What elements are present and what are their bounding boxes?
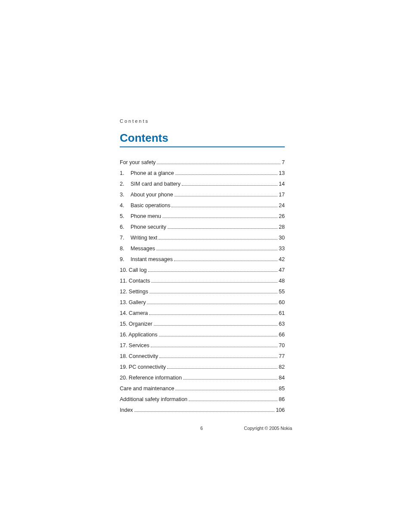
- toc-leader-dots: [189, 401, 277, 401]
- toc-entry[interactable]: 13. Gallery60: [120, 299, 285, 305]
- toc-entry[interactable]: 3.About your phone17: [120, 192, 285, 198]
- toc-entry-page: 60: [279, 299, 285, 305]
- toc-leader-dots: [159, 358, 277, 358]
- toc-leader-dots: [149, 293, 277, 293]
- toc-entry-page: 26: [279, 213, 285, 219]
- toc-entry-label: 14. Camera: [120, 310, 148, 316]
- toc-entry[interactable]: 8.Messages33: [120, 246, 285, 252]
- toc-entry-number: 2.: [120, 181, 131, 187]
- toc-leader-dots: [147, 304, 277, 304]
- toc-entry-page: 28: [279, 224, 285, 230]
- toc-entry-number: 3.: [120, 192, 131, 198]
- footer-copyright: Copyright © 2005 Nokia: [244, 426, 292, 431]
- toc-entry-page: 66: [279, 332, 285, 338]
- toc-entry-label: Basic operations: [131, 202, 170, 208]
- toc-entry-label: 15. Organizer: [120, 321, 153, 327]
- toc-entry-page: 7: [282, 159, 285, 165]
- toc-entry[interactable]: 11. Contacts48: [120, 278, 285, 284]
- toc-entry-label: 20. Reference information: [120, 375, 182, 381]
- toc-entry-label: Care and maintenance: [120, 386, 174, 392]
- toc-entry[interactable]: 4.Basic operations24: [120, 202, 285, 208]
- toc-entry[interactable]: 18. Connectivity77: [120, 353, 285, 359]
- toc-entry-number: 9.: [120, 256, 131, 262]
- toc-leader-dots: [134, 411, 275, 412]
- toc-entry[interactable]: 20. Reference information84: [120, 375, 285, 381]
- toc-entry-label: Messages: [131, 246, 155, 252]
- toc-entry-page: 47: [279, 267, 285, 273]
- toc-entry-label: Instant messages: [131, 256, 173, 262]
- toc-entry[interactable]: 1.Phone at a glance13: [120, 170, 285, 176]
- toc-entry[interactable]: 12. Settings55: [120, 289, 285, 295]
- toc-entry[interactable]: Additional safety information86: [120, 396, 285, 402]
- toc-leader-dots: [175, 390, 277, 390]
- toc-entry-page: 106: [276, 407, 285, 413]
- toc-entry[interactable]: 19. PC connectivity82: [120, 364, 285, 370]
- toc-entry-number: 5.: [120, 213, 131, 219]
- toc-entry-page: 77: [279, 353, 285, 359]
- toc-leader-dots: [149, 314, 277, 315]
- toc-entry[interactable]: 7.Writing text30: [120, 235, 285, 241]
- toc-entry-page: 63: [279, 321, 285, 327]
- toc-entry[interactable]: 2.SIM card and battery14: [120, 181, 285, 187]
- toc-entry-label: Index: [120, 407, 133, 413]
- toc-leader-dots: [167, 368, 277, 369]
- page-title: Contents: [120, 131, 285, 147]
- toc-entry-page: 82: [279, 364, 285, 370]
- toc-entry[interactable]: 17. Services70: [120, 342, 285, 348]
- toc-entry-page: 42: [279, 256, 285, 262]
- toc-entry-label: 10. Call log: [120, 267, 147, 273]
- toc-entry[interactable]: 9.Instant messages42: [120, 256, 285, 262]
- table-of-contents: For your safety71.Phone at a glance132.S…: [120, 159, 292, 413]
- toc-leader-dots: [171, 207, 277, 207]
- toc-entry-label: Phone at a glance: [131, 170, 174, 176]
- toc-entry-label: 11. Contacts: [120, 278, 150, 284]
- toc-leader-dots: [154, 325, 277, 326]
- toc-leader-dots: [148, 271, 278, 272]
- toc-entry[interactable]: 14. Camera61: [120, 310, 285, 316]
- toc-entry-label: Phone security: [131, 224, 166, 230]
- toc-entry-number: 4.: [120, 202, 131, 208]
- toc-entry[interactable]: 15. Organizer63: [120, 321, 285, 327]
- toc-leader-dots: [182, 185, 277, 186]
- toc-entry-page: 61: [279, 310, 285, 316]
- toc-leader-dots: [162, 218, 277, 218]
- toc-entry[interactable]: 10. Call log47: [120, 267, 285, 273]
- toc-entry-page: 14: [279, 181, 285, 187]
- toc-entry-page: 48: [279, 278, 285, 284]
- toc-entry[interactable]: For your safety7: [120, 159, 285, 165]
- toc-leader-dots: [151, 347, 277, 347]
- toc-entry[interactable]: 5.Phone menu26: [120, 213, 285, 219]
- toc-entry-page: 24: [279, 202, 285, 208]
- toc-entry-label: For your safety: [120, 159, 156, 165]
- footer-page-number: 6: [200, 426, 203, 431]
- toc-entry-label: 17. Services: [120, 342, 149, 348]
- toc-entry[interactable]: Care and maintenance85: [120, 386, 285, 392]
- toc-entry-label: Phone menu: [131, 213, 161, 219]
- toc-leader-dots: [175, 174, 277, 175]
- toc-entry-page: 86: [279, 396, 285, 402]
- toc-leader-dots: [151, 282, 277, 283]
- toc-entry-label: 16. Applications: [120, 332, 158, 338]
- toc-entry-page: 33: [279, 246, 285, 252]
- toc-entry-number: 6.: [120, 224, 131, 230]
- toc-entry-label: About your phone: [131, 192, 173, 198]
- toc-leader-dots: [174, 261, 277, 261]
- toc-entry-number: 8.: [120, 246, 131, 252]
- toc-entry-page: 13: [279, 170, 285, 176]
- toc-entry-number: 1.: [120, 170, 131, 176]
- toc-entry-label: 18. Connectivity: [120, 353, 158, 359]
- toc-entry[interactable]: Index106: [120, 407, 285, 413]
- toc-leader-dots: [156, 250, 277, 250]
- toc-leader-dots: [183, 379, 277, 380]
- toc-entry-page: 30: [279, 235, 285, 241]
- toc-entry-label: Additional safety information: [120, 396, 187, 402]
- toc-entry-page: 70: [279, 342, 285, 348]
- toc-entry[interactable]: 6.Phone security28: [120, 224, 285, 230]
- toc-entry-page: 84: [279, 375, 285, 381]
- toc-leader-dots: [157, 164, 280, 164]
- toc-leader-dots: [159, 239, 277, 240]
- toc-entry-number: 7.: [120, 235, 131, 241]
- toc-entry[interactable]: 16. Applications66: [120, 332, 285, 338]
- page-content: Contents Contents For your safety71.Phon…: [120, 118, 292, 418]
- toc-entry-label: 12. Settings: [120, 289, 148, 295]
